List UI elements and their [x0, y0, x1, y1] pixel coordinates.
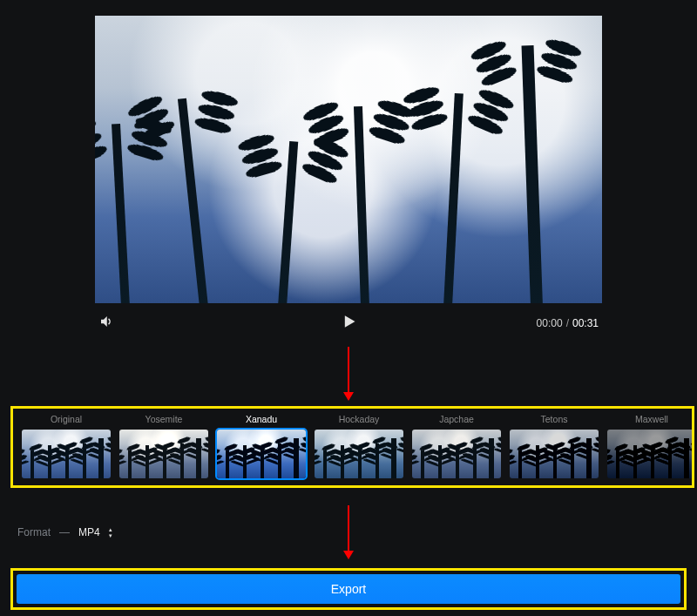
current-time: 00:00 — [537, 317, 563, 329]
video-canvas[interactable] — [95, 16, 602, 303]
filter-label: Japchae — [439, 414, 474, 424]
filter-original[interactable]: Original — [22, 414, 111, 478]
player-controls: 00:00/00:31 — [95, 303, 602, 333]
play-icon[interactable] — [340, 313, 357, 334]
filter-thumbnail — [510, 430, 599, 478]
format-stepper[interactable]: ▴ ▾ — [109, 527, 112, 538]
filter-thumbnail — [22, 430, 111, 478]
filter-xanadu[interactable]: Xanadu — [217, 414, 306, 478]
annotation-arrow-icon — [343, 505, 354, 559]
filter-japchae[interactable]: Japchae — [412, 414, 501, 478]
export-highlight: Export — [10, 568, 687, 610]
filter-thumbnail — [119, 430, 208, 478]
filter-label: Original — [51, 414, 82, 424]
filter-thumbnail — [412, 430, 501, 478]
filter-thumbnail — [607, 430, 694, 478]
format-dash: — — [59, 526, 70, 538]
filter-label: Tetons — [541, 414, 568, 424]
export-button[interactable]: Export — [17, 574, 680, 604]
filter-maxwell[interactable]: Maxwell — [607, 414, 694, 478]
time-display: 00:00/00:31 — [537, 317, 599, 329]
filter-yosemite[interactable]: Yosemite — [119, 414, 208, 478]
filter-label: Yosemite — [145, 414, 183, 424]
filter-hockaday[interactable]: Hockaday — [315, 414, 403, 478]
filter-label: Hockaday — [339, 414, 380, 424]
filter-thumbnail — [315, 430, 403, 478]
volume-icon[interactable] — [98, 314, 114, 333]
format-row: Format — MP4 ▴ ▾ — [17, 526, 112, 538]
duration: 00:31 — [572, 317, 599, 329]
chevron-up-icon: ▴ — [109, 527, 112, 532]
filter-label: Xanadu — [246, 414, 277, 424]
chevron-down-icon: ▾ — [109, 533, 112, 538]
filters-strip: OriginalYosemiteXanaduHockadayJapchaeTet… — [10, 406, 694, 488]
time-separator: / — [566, 317, 569, 329]
filter-tetons[interactable]: Tetons — [510, 414, 599, 478]
filter-thumbnail — [217, 430, 306, 478]
video-player: 00:00/00:31 — [0, 0, 697, 333]
filter-label: Maxwell — [635, 414, 668, 424]
annotation-arrow-icon — [343, 347, 354, 401]
format-value[interactable]: MP4 — [78, 526, 100, 538]
format-label: Format — [17, 526, 51, 538]
video-content-image — [95, 16, 602, 303]
